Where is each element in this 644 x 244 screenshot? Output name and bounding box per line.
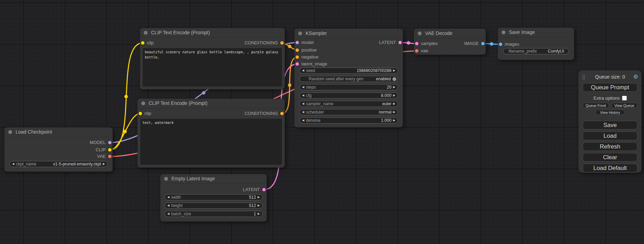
arrow-right-icon[interactable]: ▶ — [258, 211, 260, 217]
node-collapse-dot[interactable] — [164, 177, 168, 181]
slot-dot-model-output[interactable] — [108, 141, 112, 144]
slot-dot-samples-input[interactable] — [415, 42, 418, 45]
node-title: Load Checkpoint — [16, 129, 52, 135]
node-collapse-dot[interactable] — [298, 31, 302, 35]
slot-dot-clip-output[interactable] — [108, 148, 112, 152]
arrow-left-icon[interactable]: ◀ — [167, 211, 169, 217]
refresh-button[interactable]: Refresh — [583, 142, 637, 151]
link-dot-clip-positive — [124, 95, 128, 98]
arrow-right-icon[interactable]: ▶ — [393, 92, 395, 99]
node-title: Empty Latent Image — [171, 176, 215, 181]
slot-dot-vae-output[interactable] — [108, 155, 112, 158]
node-collapse-dot[interactable] — [8, 130, 12, 134]
widget-batch-size[interactable]: ◀ batch_size 1 ▶ — [165, 211, 263, 217]
node-titlebar[interactable]: CLIP Text Encode (Prompt) — [140, 28, 285, 38]
arrow-right-icon[interactable]: ▶ — [393, 84, 395, 90]
gear-icon[interactable]: ⚙ — [633, 73, 638, 81]
arrow-right-icon[interactable]: ▶ — [393, 117, 395, 124]
load-default-button[interactable]: Load Default — [583, 164, 637, 172]
node-titlebar[interactable]: VAE Decode — [414, 29, 486, 38]
seed-toggle-dot[interactable] — [392, 77, 396, 81]
node-collapse-dot[interactable] — [502, 30, 505, 34]
arrow-left-icon[interactable]: ◀ — [302, 101, 304, 107]
arrow-left-icon[interactable]: ◀ — [302, 117, 304, 124]
slot-dot-clip-input[interactable] — [141, 41, 144, 45]
clear-button[interactable]: Clear — [583, 153, 637, 162]
node-collapse-dot[interactable] — [144, 31, 148, 35]
widget-width[interactable]: ◀ width 512 ▶ — [165, 194, 263, 200]
widget-filename-prefix[interactable]: filename_prefix ComfyUI — [503, 48, 569, 54]
link-dot-clip-negative — [123, 130, 127, 133]
node-empty-latent-image[interactable]: Empty Latent Image LATENT ◀ width 512 ▶ … — [160, 174, 267, 222]
arrow-left-icon[interactable]: ◀ — [302, 109, 304, 115]
arrow-left-icon[interactable]: ◀ — [167, 202, 169, 209]
extra-options-row: Extra options — [583, 95, 637, 101]
link-dot-latent-out — [407, 41, 410, 45]
widget-seed[interactable]: ◀ seed 156680208700286 ▶ — [299, 67, 398, 74]
slot-dot-positive-input[interactable] — [295, 48, 299, 52]
node-collapse-dot[interactable] — [141, 101, 145, 105]
arrow-right-icon[interactable]: ▶ — [393, 101, 395, 107]
slot-dot-model-input[interactable] — [295, 41, 299, 44]
node-collapse-dot[interactable] — [418, 31, 422, 35]
slot-dot-clip-input[interactable] — [139, 112, 142, 115]
queue-front-button[interactable]: Queue Front — [583, 103, 609, 108]
link-dot-conditioning-positive — [288, 45, 291, 48]
extra-options-checkbox[interactable] — [622, 96, 627, 100]
save-button[interactable]: Save — [583, 121, 637, 129]
widget-scheduler[interactable]: ◀ scheduler normal ▶ — [299, 109, 398, 115]
arrow-right-icon[interactable]: ▶ — [258, 202, 260, 209]
prompt-textarea[interactable]: beautiful scenery nature glass bottle la… — [143, 48, 282, 87]
arrow-right-icon[interactable]: ▶ — [258, 194, 260, 200]
node-clip-text-encode-negative[interactable]: CLIP Text Encode (Prompt) clip CONDITION… — [138, 99, 285, 168]
drag-handle-icon[interactable]: ⣿ — [582, 73, 585, 81]
node-save-image[interactable]: Save Image images filename_prefix ComfyU… — [498, 28, 574, 60]
node-load-checkpoint[interactable]: Load Checkpoint MODEL CLIP VAE ◀ ckpt_na… — [5, 127, 113, 172]
menu-header: ⣿ Queue size: 0 ⚙ — [583, 73, 637, 81]
slot-dot-latent-output[interactable] — [262, 188, 266, 191]
slot-dot-conditioning-output[interactable] — [280, 41, 284, 45]
output-row: MODEL — [5, 139, 113, 146]
widget-steps[interactable]: ◀ steps 20 ▶ — [299, 84, 398, 90]
slot-row: latent_image — [294, 61, 403, 67]
widget-ckpt-name[interactable]: ◀ ckpt_name v1-5-pruned-emaonly.ckpt ▶ — [9, 161, 108, 167]
node-ksampler[interactable]: KSampler model LATENT positive negative … — [294, 29, 403, 127]
arrow-left-icon[interactable]: ◀ — [302, 84, 304, 90]
widget-denoise[interactable]: ◀ denoise 1.000 ▶ — [299, 117, 398, 124]
node-titlebar[interactable]: CLIP Text Encode (Prompt) — [138, 99, 285, 108]
arrow-right-icon[interactable]: ▶ — [393, 109, 395, 115]
view-history-button[interactable]: View History — [596, 110, 625, 115]
arrow-right-icon[interactable]: ▶ — [393, 67, 395, 74]
queue-prompt-button[interactable]: Queue Prompt — [583, 83, 637, 92]
prompt-textarea[interactable]: text, watermark — [140, 119, 282, 165]
slot-dot-latent-image-input[interactable] — [295, 62, 299, 66]
arrow-left-icon[interactable]: ◀ — [302, 92, 304, 99]
view-queue-button[interactable]: View Queue — [611, 103, 638, 108]
widget-cfg[interactable]: ◀ cfg 8.000 ▶ — [299, 92, 398, 99]
node-titlebar[interactable]: Empty Latent Image — [160, 174, 267, 184]
node-titlebar[interactable]: Load Checkpoint — [5, 127, 113, 137]
widget-sampler-name[interactable]: ◀ sampler_name euler ▶ — [299, 101, 398, 107]
node-titlebar[interactable]: Save Image — [498, 28, 574, 37]
queue-buttons-row: Queue Front View Queue — [583, 103, 637, 108]
link-dot-conditioning-negative — [288, 83, 291, 87]
slot-dot-image-output[interactable] — [481, 42, 485, 45]
slot-dot-latent-output[interactable] — [398, 41, 402, 44]
slot-dot-negative-input[interactable] — [295, 55, 299, 59]
slot-dot-vae-input[interactable] — [415, 49, 418, 53]
node-clip-text-encode-positive[interactable]: CLIP Text Encode (Prompt) clip CONDITION… — [140, 28, 285, 89]
widget-random-seed-toggle[interactable]: Random seed after every gen enabled — [299, 76, 398, 82]
widget-height[interactable]: ◀ height 512 ▶ — [165, 202, 263, 209]
node-canvas[interactable]: Load Checkpoint MODEL CLIP VAE ◀ ckpt_na… — [0, 0, 644, 244]
slot-dot-images-input[interactable] — [499, 43, 502, 46]
slot-dot-conditioning-output[interactable] — [280, 112, 284, 115]
load-button[interactable]: Load — [583, 132, 637, 140]
arrow-left-icon[interactable]: ◀ — [302, 67, 304, 74]
history-row: View History — [583, 110, 637, 115]
arrow-left-icon[interactable]: ◀ — [167, 194, 169, 200]
slot-row: samples IMAGE — [414, 40, 486, 47]
arrow-right-icon[interactable]: ▶ — [103, 161, 105, 167]
arrow-left-icon[interactable]: ◀ — [12, 161, 14, 167]
node-titlebar[interactable]: KSampler — [294, 29, 403, 38]
node-vae-decode[interactable]: VAE Decode samples IMAGE vae — [414, 29, 486, 55]
